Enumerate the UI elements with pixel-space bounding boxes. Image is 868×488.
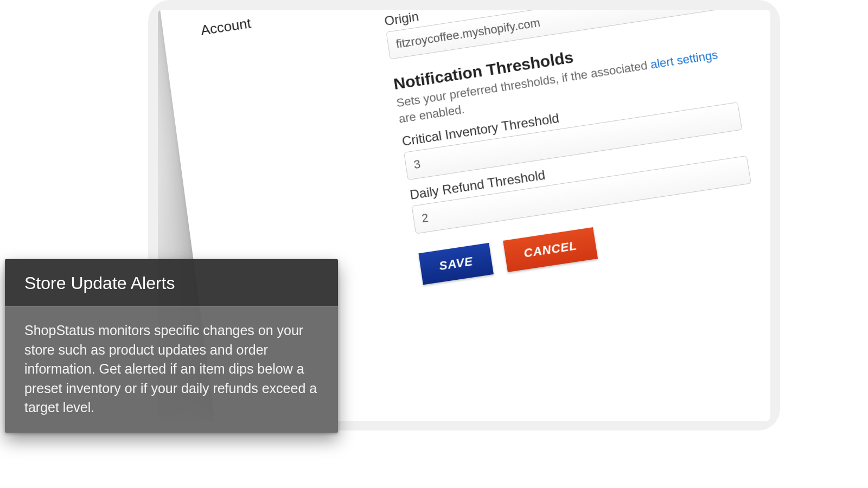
cancel-button[interactable]: CANCEL bbox=[503, 227, 598, 272]
info-overlay: Store Update Alerts ShopStatus monitors … bbox=[5, 259, 338, 433]
info-overlay-title: Store Update Alerts bbox=[5, 259, 338, 307]
settings-form: Origin Notification Thresholds Sets your… bbox=[378, 10, 760, 285]
sidebar-item-account[interactable]: Account bbox=[200, 10, 298, 39]
save-button[interactable]: SAVE bbox=[419, 243, 494, 285]
info-overlay-body: ShopStatus monitors specific changes on … bbox=[5, 307, 338, 433]
